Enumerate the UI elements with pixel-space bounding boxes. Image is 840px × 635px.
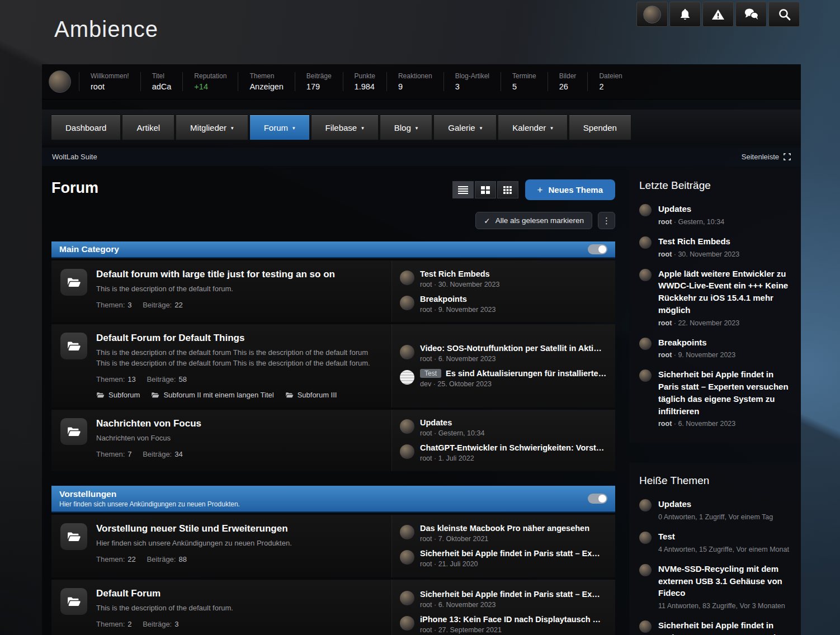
post-author: root — [658, 218, 678, 226]
forum-summary: Vorstellung neuer Stile und Erweiterunge… — [51, 515, 391, 577]
sidebar-post-link[interactable]: Test Rich Embeds — [658, 235, 739, 248]
post-title-link[interactable]: Sicherheit bei Apple findet in Paris sta… — [420, 590, 600, 599]
avatar — [400, 271, 414, 285]
forum-title-link[interactable]: Nachrichten von Focus — [96, 418, 201, 429]
nav-dashboard[interactable]: Dashboard — [51, 115, 121, 140]
avatar — [639, 204, 652, 216]
avatar — [639, 338, 652, 350]
forum-stats: Themen13 Beiträge58 — [96, 375, 383, 383]
post-title-link[interactable]: Updates — [420, 418, 484, 427]
sidebar-post-link[interactable]: Updates — [658, 203, 724, 215]
nav-mitglieder[interactable]: Mitglieder▾ — [176, 115, 248, 140]
folder-open-icon — [60, 333, 87, 359]
view-list-button[interactable] — [452, 181, 474, 198]
moderation-button[interactable] — [702, 2, 734, 27]
sidebar-topic-link[interactable]: NVMe-SSD-Recycling mit dem externen USB … — [658, 563, 791, 599]
sidebar-post-link[interactable]: Apple lädt weitere Entwickler zu WWDC-Li… — [658, 268, 791, 316]
post-meta: root · 1. Juli 2022 — [420, 454, 604, 462]
sidebar-post: Sicherheit bei Apple findet in Paris sta… — [639, 368, 791, 428]
post-title-link[interactable]: Sicherheit bei Apple findet in Paris sta… — [420, 549, 600, 558]
nav-blog[interactable]: Blog▾ — [380, 115, 433, 140]
post-title-link[interactable]: Breakpoints — [420, 295, 496, 304]
user-avatar[interactable] — [49, 70, 71, 93]
mark-all-read-button[interactable]: ✓Alle als gelesen markieren — [475, 212, 592, 229]
topic-stats: 0 Antworten, 1 Zugriff, Vor einem Tag — [658, 513, 773, 521]
subforum-list: Subforum Subforum II mit einem langen Ti… — [96, 391, 383, 399]
bell-icon — [678, 8, 692, 21]
post-title-link[interactable]: Test Rich Embeds — [420, 269, 499, 278]
post-date: 22. November 2023 — [678, 319, 739, 327]
sidebar-topic-link[interactable]: Test — [658, 530, 789, 543]
nav-filebase[interactable]: Filebase▾ — [311, 115, 379, 140]
subforum-link[interactable]: Subforum II mit einem langen Titel — [151, 391, 273, 399]
sidebar-topic: NVMe-SSD-Recycling mit dem externen USB … — [639, 563, 791, 610]
latest-posts: Test Rich Embedsroot · 30. November 2023… — [391, 260, 615, 322]
forum-title-link[interactable]: Default Forum for Default Things — [96, 333, 244, 344]
forum-stats: Themen3 Beiträge22 — [96, 301, 335, 309]
breadcrumb[interactable]: WoltLab Suite — [52, 153, 97, 161]
chevron-down-icon: ▾ — [416, 125, 418, 131]
category-title[interactable]: Main Category — [59, 244, 119, 254]
forum-summary: Default Forum for Default Things This is… — [51, 324, 391, 407]
sidebar-post-link[interactable]: Breakpoints — [658, 337, 735, 349]
forum-stats: Themen7 Beiträge34 — [96, 450, 201, 458]
post-title-link[interactable]: ChatGPT-Entwickler in Schwierigkeiten: V… — [420, 443, 604, 452]
forum-row: Default Forum for Default Things This is… — [51, 324, 615, 407]
latest-posts: Video: SOS-Notruffunktion per Satellit i… — [391, 324, 615, 407]
latest-post: Sicherheit bei Apple findet in Paris sta… — [400, 590, 607, 609]
category-collapse-toggle[interactable] — [588, 244, 607, 254]
subforum-link[interactable]: Subforum — [96, 391, 140, 399]
notifications-button[interactable] — [669, 2, 701, 27]
chevron-down-icon: ▾ — [550, 125, 553, 131]
forum-title-link[interactable]: Default forum with large title just for … — [96, 269, 335, 280]
latest-post: Das kleinste Macbook Pro näher angesehen… — [400, 524, 607, 543]
post-date: 6. November 2023 — [678, 420, 735, 428]
view-compact-button[interactable] — [497, 181, 518, 198]
view-grid-button[interactable] — [475, 181, 496, 198]
category-header: Main Category — [51, 241, 615, 258]
sidebar-topic-link[interactable]: Sicherheit bei Apple findet in Paris sta… — [658, 619, 791, 635]
sidebar-toggle[interactable]: Seitenleiste — [742, 153, 791, 161]
category-title[interactable]: Vorstellungen — [59, 489, 240, 499]
avatar — [639, 532, 652, 544]
category-collapse-toggle[interactable] — [588, 494, 607, 504]
avatar — [400, 525, 414, 539]
subforum-link[interactable]: Subforum III — [285, 391, 337, 399]
post-title-link[interactable]: Es sind Aktualisierungen für installiert… — [446, 369, 607, 378]
latest-posts-box: Letzte Beiträge UpdatesrootGestern, 10:3… — [629, 168, 801, 443]
post-date: 30. November 2023 — [678, 250, 739, 258]
latest-post: Sicherheit bei Apple findet in Paris sta… — [400, 549, 607, 568]
site-logo: Ambience — [54, 17, 158, 42]
nav-forum[interactable]: Forum▾ — [249, 115, 310, 140]
forum-stats: Themen2 Beiträge3 — [96, 620, 233, 628]
forum-title-link[interactable]: Vorstellung neuer Stile und Erweiterunge… — [96, 523, 288, 534]
forum-row: Default Forum This is the description of… — [51, 580, 615, 635]
nav-kalender[interactable]: Kalender▾ — [498, 115, 568, 140]
stat-reaktionen: Reaktionen9 — [386, 72, 443, 91]
sidebar-post-link[interactable]: Sicherheit bei Apple findet in Paris sta… — [658, 368, 791, 417]
forum-description: This is the description of the default f… — [96, 348, 383, 369]
post-title-link[interactable]: Das kleinste Macbook Pro näher angesehen — [420, 524, 589, 533]
user-stats-bar: Willkommen!root TiteladCa Reputation+14 … — [42, 64, 801, 99]
search-button[interactable] — [768, 2, 800, 27]
avatar — [400, 419, 414, 434]
themen-anzeigen-link[interactable]: Anzeigen — [249, 82, 283, 91]
post-meta: root · 30. November 2023 — [420, 281, 499, 288]
latest-post: Test Rich Embedsroot · 30. November 2023 — [400, 269, 607, 288]
sidebar-topic-link[interactable]: Updates — [658, 498, 773, 510]
nav-galerie[interactable]: Galerie▾ — [433, 115, 497, 140]
post-title-link[interactable]: Video: SOS-Notruffunktion per Satellit i… — [420, 344, 602, 353]
user-menu-button[interactable] — [636, 2, 668, 27]
sidebar-topic: Updates0 Antworten, 1 Zugriff, Vor einem… — [639, 498, 791, 521]
forum-title-link[interactable]: Default Forum — [96, 588, 161, 599]
forum-row: Vorstellung neuer Stile und Erweiterunge… — [51, 515, 615, 577]
post-title-link[interactable]: iPhone 13: Kein Face ID nach Displaytaus… — [420, 615, 601, 624]
forum-description: Nachrichten von Focus — [96, 433, 201, 444]
conversations-button[interactable] — [735, 2, 767, 27]
nav-artikel[interactable]: Artikel — [122, 115, 174, 140]
more-options-button[interactable]: ⋮ — [598, 212, 615, 229]
new-topic-button[interactable]: +Neues Thema — [525, 179, 615, 200]
forum-description: Hier finden sich unsere Ankündigungen zu… — [96, 538, 292, 549]
chat-bubbles-icon — [744, 8, 759, 21]
nav-spenden[interactable]: Spenden — [569, 115, 631, 140]
